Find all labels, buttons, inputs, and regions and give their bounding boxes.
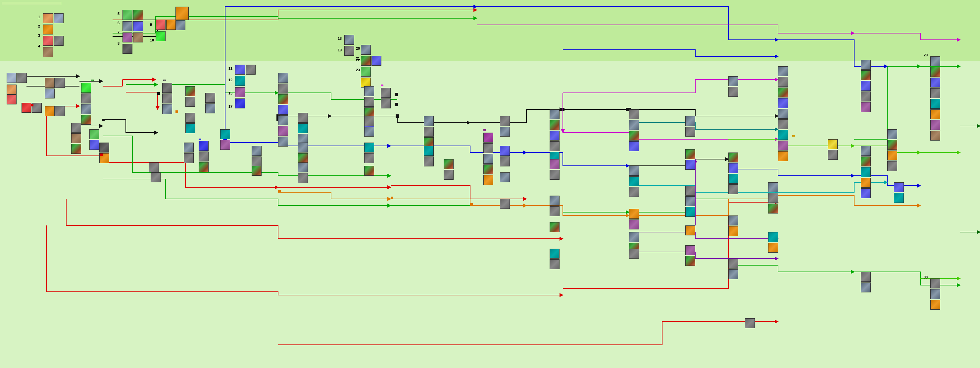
num-18: 18: [338, 37, 342, 40]
item-370-1: [71, 123, 81, 133]
mid-left-items: [45, 78, 65, 98]
item-2070-5: [685, 196, 695, 206]
items-900: [298, 113, 308, 144]
svg-rect-0: [0, 0, 980, 61]
item-2600-7: [861, 167, 871, 177]
items-2600-2: [861, 146, 871, 198]
junction-orange-4: [470, 203, 473, 206]
items-370: [71, 123, 81, 154]
items-2320: [768, 182, 778, 213]
item-2320-2: [768, 203, 778, 213]
hightech-science-label: [792, 135, 795, 137]
item-15: [235, 87, 245, 97]
item-30-2: [930, 289, 940, 299]
item-2200-8: [729, 269, 738, 279]
items-1660-2: [550, 159, 560, 180]
num-15: 15: [228, 91, 232, 95]
junction-orange-1: [175, 110, 178, 113]
item-mid-1: [45, 78, 55, 88]
item-390-2: [89, 140, 99, 150]
green-science-items: [81, 83, 91, 125]
item-2070-9: [685, 256, 695, 266]
extreme-items-18-23-left: [344, 35, 354, 56]
items-900-3: [298, 162, 308, 183]
item-29-7: [930, 131, 940, 141]
item-tc-1: [184, 142, 194, 152]
tech-flask: [199, 141, 208, 151]
extreme-items-11-17: [235, 65, 256, 109]
item-1510-4: [500, 173, 510, 182]
num-12: 12: [228, 78, 232, 82]
item-30-group: [930, 278, 940, 310]
items-600range: [185, 113, 195, 133]
item-2320-3: [768, 232, 778, 242]
item-900-6: [298, 162, 308, 173]
item-2320-1: [768, 182, 778, 192]
green-co: [81, 93, 91, 104]
item-29-co: [930, 88, 940, 98]
item-2600-1: [861, 60, 871, 70]
items-1660-5: [550, 249, 560, 269]
items-2200-3: [729, 216, 738, 236]
item-2600-5: [861, 146, 871, 156]
svg-rect-18: [561, 108, 565, 111]
prod-circuit: [484, 165, 493, 174]
item-1660-5: [550, 159, 560, 169]
item-1340-1: [444, 159, 453, 169]
item-5a: [123, 10, 132, 20]
military-science-label: [163, 80, 166, 81]
extreme-item-machine: [175, 20, 185, 30]
item-1900-1: [629, 109, 639, 119]
item-17: [235, 98, 245, 109]
item-30-1: [930, 278, 940, 288]
num-22: 22: [356, 58, 360, 62]
items-1510-4: [500, 199, 510, 209]
item-1510-co: [500, 157, 510, 166]
item-2320-co: [768, 193, 778, 203]
item-1280-co2: [424, 157, 434, 166]
items-2070-3: [685, 186, 695, 217]
item-7b: [133, 32, 143, 42]
item-2: [43, 24, 53, 35]
extreme-items-20-23-right: [361, 45, 382, 88]
item-6a: [123, 21, 132, 31]
item-680-3: [220, 129, 230, 139]
conn-1192: [395, 93, 398, 96]
items-490: [149, 162, 159, 173]
items-2320-2: [768, 232, 778, 253]
item-29-3: [930, 78, 940, 88]
items-1280: [424, 116, 434, 147]
num-10: 10: [150, 38, 154, 42]
item-2070-6: [685, 207, 695, 217]
items-1900-3: [629, 209, 639, 229]
base-items-left2: [6, 85, 17, 94]
item-680-4: [220, 140, 230, 150]
item-1100-5: [364, 126, 374, 137]
items-430-600: [184, 142, 194, 163]
item-29-4: [930, 99, 940, 109]
item-1100-co: [364, 97, 374, 107]
item-1660-co3: [550, 206, 560, 216]
item-2200-co2: [729, 184, 738, 194]
item-2600-8: [861, 178, 871, 188]
item-1660-8: [550, 249, 560, 259]
num-8: 8: [118, 42, 119, 45]
item-2600-10: [861, 272, 871, 282]
post-military-items: [185, 86, 195, 107]
item-2200-co: [729, 87, 738, 97]
item-10: [156, 31, 165, 41]
item-1340-co: [444, 170, 453, 180]
num-4: 4: [38, 44, 40, 48]
extreme-item-big: [175, 6, 189, 20]
item-1280-co: [424, 126, 434, 137]
item-840-3: [278, 105, 288, 115]
item-760-co: [251, 157, 262, 166]
ht-co2: [778, 119, 788, 129]
item-2600-4: [861, 102, 871, 112]
items-840-top: [278, 73, 288, 147]
ht-flask: [828, 139, 838, 149]
red-item: [6, 94, 17, 104]
military-flask: [162, 83, 172, 93]
item-co: [17, 73, 27, 83]
hightech-flask-area: [828, 139, 838, 160]
